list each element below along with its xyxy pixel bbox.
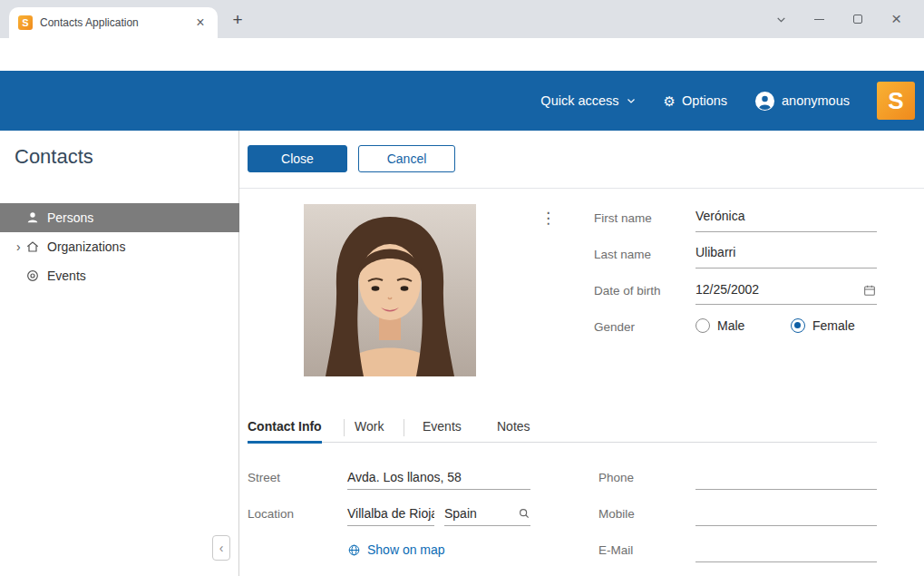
gender-female-radio[interactable]: Female: [791, 318, 855, 333]
window-controls: ×: [754, 0, 924, 38]
maximize-button[interactable]: [847, 8, 869, 30]
date-of-birth-field[interactable]: 12/25/2002: [695, 281, 877, 305]
search-icon[interactable]: [518, 507, 530, 520]
browser-tabstrip: S Contacts Application × + ×: [0, 0, 924, 38]
sidebar-collapse-handle[interactable]: ‹: [212, 535, 230, 561]
new-tab-button[interactable]: +: [227, 9, 248, 31]
tab-separator: [404, 419, 404, 436]
globe-icon: [347, 543, 361, 557]
calendar-icon[interactable]: [862, 283, 877, 298]
user-label: anonymous: [782, 93, 850, 108]
contact-row-map: Show on map E-Mail: [239, 540, 924, 563]
detail-form: Close Cancel: [239, 131, 924, 576]
active-tab-underline: [248, 441, 322, 444]
form-row-gender: Gender Male Female: [239, 317, 924, 345]
app-header: Person Verónica Ulibarri × Quick access …: [0, 71, 924, 131]
browser-addressbar: scout.bsi-software.com/contacts/ Guest ⋮: [0, 38, 924, 71]
form-row-last-name: Last name Ulibarri: [239, 245, 924, 272]
sidebar: Contacts Persons › Organizations: [0, 131, 239, 576]
gender-label: Gender: [594, 320, 635, 334]
first-name-label: First name: [594, 211, 652, 225]
house-icon: [22, 239, 44, 254]
quick-access-label: Quick access: [540, 93, 618, 108]
person-icon: [22, 210, 44, 225]
divider: [239, 188, 924, 189]
mobile-label: Mobile: [598, 507, 635, 521]
target-icon: [22, 268, 44, 283]
options-menu[interactable]: ⚙ Options: [664, 93, 727, 108]
header-menu: Quick access ⚙ Options anonymous S: [540, 71, 915, 131]
sidebar-item-persons[interactable]: Persons: [0, 203, 239, 232]
options-label: Options: [682, 93, 727, 108]
tab-work[interactable]: Work: [355, 413, 384, 443]
browser-tab[interactable]: S Contacts Application ×: [9, 7, 218, 38]
tab-search-chevron-icon[interactable]: [770, 8, 792, 30]
form-row-date-of-birth: Date of birth 12/25/2002: [239, 281, 924, 308]
scout-logo: S: [877, 82, 915, 120]
user-avatar-icon: [754, 91, 775, 112]
phone-label: Phone: [598, 471, 634, 484]
gear-icon: ⚙: [664, 94, 676, 108]
cancel-button[interactable]: Cancel: [358, 145, 455, 172]
browser-tab-title: Contacts Application: [40, 16, 192, 29]
gender-male-radio[interactable]: Male: [695, 318, 744, 333]
tab-close-icon[interactable]: ×: [192, 15, 209, 30]
app-favicon-icon: S: [18, 15, 33, 30]
street-label: Street: [248, 471, 280, 484]
tab-contact-info[interactable]: Contact Info: [248, 413, 322, 443]
contact-row-location: Location Villalba de Rioja Spain Mobile: [239, 503, 924, 527]
show-on-map-link[interactable]: Show on map: [347, 542, 445, 557]
sidebar-item-events[interactable]: Events: [0, 261, 239, 290]
radio-checked-icon: [791, 318, 805, 333]
country-field[interactable]: Spain: [444, 503, 530, 526]
logo-letter: S: [888, 87, 903, 115]
expand-chevron-icon[interactable]: ›: [0, 240, 20, 253]
tab-notes[interactable]: Notes: [497, 413, 530, 443]
tab-bar: Contact Info Work Events Notes: [248, 413, 877, 443]
last-name-label: Last name: [594, 248, 651, 261]
last-name-field[interactable]: Ulibarri: [695, 245, 877, 268]
minimize-button[interactable]: [809, 8, 831, 30]
chevron-down-icon: [626, 95, 637, 106]
radio-unchecked-icon: [695, 318, 710, 333]
email-label: E-Mail: [598, 543, 633, 557]
tab-separator: [344, 419, 345, 436]
street-field[interactable]: Avda. Los llanos, 58: [347, 467, 530, 490]
first-name-field[interactable]: Verónica: [695, 209, 877, 232]
close-button[interactable]: Close: [248, 145, 347, 172]
city-field[interactable]: Villalba de Rioja: [347, 503, 434, 526]
email-field[interactable]: [695, 540, 877, 562]
date-of-birth-label: Date of birth: [594, 284, 661, 298]
outline-title: Contacts: [15, 145, 93, 169]
navigation-tree: Persons › Organizations Events: [0, 203, 239, 290]
mobile-field[interactable]: [695, 503, 877, 526]
window-close-button[interactable]: ×: [886, 8, 908, 30]
phone-field[interactable]: [695, 467, 877, 490]
sidebar-item-organizations[interactable]: › Organizations: [0, 232, 239, 261]
tab-events[interactable]: Events: [423, 413, 462, 443]
form-row-first-name: First name Verónica: [239, 209, 924, 236]
contact-row-street: Street Avda. Los llanos, 58 Phone: [239, 467, 924, 491]
location-label: Location: [248, 507, 294, 521]
browser-window: S Contacts Application × + × sc: [0, 0, 924, 576]
quick-access-menu[interactable]: Quick access: [540, 93, 636, 108]
user-menu[interactable]: anonymous: [754, 91, 850, 112]
